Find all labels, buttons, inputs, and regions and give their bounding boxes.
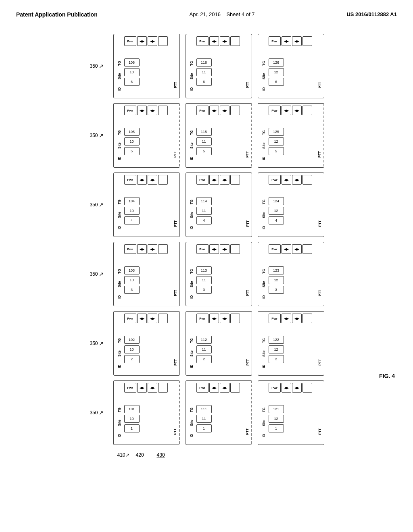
right-arrow-101[interactable]: ◀▶	[148, 383, 157, 393]
pwr-box-121[interactable]: Pwr	[269, 383, 281, 393]
pwr-box-101[interactable]: Pwr	[124, 383, 136, 393]
field-site-value-126[interactable]: 12	[269, 68, 284, 76]
field-site-value-122[interactable]: 12	[269, 345, 284, 353]
field-site-value-102[interactable]: 10	[124, 345, 140, 353]
ptt-label-101[interactable]: PTT	[173, 422, 177, 442]
ptt-label-113[interactable]: PTT	[246, 283, 250, 303]
ptt-label-112[interactable]: PTT	[246, 352, 250, 372]
pwr-box-111[interactable]: Pwr	[196, 383, 209, 393]
right-arrow-103[interactable]: ◀▶	[148, 244, 157, 254]
field-id-value-114[interactable]: 114	[196, 197, 212, 205]
field-tg-value-104[interactable]: 4	[124, 216, 140, 224]
field-site-value-103[interactable]: 10	[124, 276, 140, 284]
right-arrow-104[interactable]: ◀▶	[148, 175, 157, 185]
pwr-box-103[interactable]: Pwr	[124, 244, 136, 254]
field-id-value-101[interactable]: 101	[124, 405, 140, 413]
field-tg-value-114[interactable]: 4	[196, 216, 212, 224]
ptt-label-114[interactable]: PTT	[246, 214, 250, 234]
right-arrow-111[interactable]: ◀▶	[220, 383, 229, 393]
right-arrow-126[interactable]: ◀▶	[292, 36, 302, 46]
right-arrow-102[interactable]: ◀▶	[148, 314, 157, 323]
field-site-value-116[interactable]: 11	[196, 68, 212, 76]
ptt-label-115[interactable]: PTT	[245, 144, 249, 164]
field-tg-value-125[interactable]: 5	[269, 147, 284, 155]
left-arrow-101[interactable]: ◀▶	[137, 383, 147, 393]
field-tg-value-105[interactable]: 5	[124, 147, 140, 155]
pwr-box-105[interactable]: Pwr	[124, 106, 136, 115]
field-tg-value-102[interactable]: 2	[124, 355, 140, 363]
field-site-value-112[interactable]: 11	[196, 345, 212, 353]
left-arrow-122[interactable]: ◀▶	[282, 314, 291, 323]
left-arrow-105[interactable]: ◀▶	[137, 106, 147, 115]
ptt-label-126[interactable]: PTT	[318, 75, 322, 95]
field-site-value-105[interactable]: 10	[124, 137, 140, 145]
left-arrow-112[interactable]: ◀▶	[209, 314, 219, 323]
ptt-label-111[interactable]: PTT	[245, 422, 249, 442]
left-arrow-102[interactable]: ◀▶	[137, 314, 147, 323]
left-arrow-111[interactable]: ◀▶	[209, 383, 219, 393]
ptt-label-104[interactable]: PTT	[173, 214, 177, 234]
left-arrow-113[interactable]: ◀▶	[209, 244, 219, 254]
right-arrow-123[interactable]: ◀▶	[292, 244, 302, 254]
left-arrow-116[interactable]: ◀▶	[209, 36, 219, 46]
right-arrow-114[interactable]: ◀▶	[220, 175, 229, 185]
field-site-value-114[interactable]: 11	[196, 207, 212, 215]
field-id-value-124[interactable]: 124	[269, 197, 284, 205]
field-id-value-116[interactable]: 116	[196, 58, 212, 66]
field-site-value-121[interactable]: 12	[269, 415, 284, 423]
field-site-value-104[interactable]: 10	[124, 207, 140, 215]
ptt-label-102[interactable]: PTT	[173, 352, 177, 372]
right-arrow-121[interactable]: ◀▶	[292, 383, 302, 393]
pwr-box-124[interactable]: Pwr	[269, 175, 281, 185]
field-tg-value-106[interactable]: 6	[124, 78, 140, 86]
right-arrow-122[interactable]: ◀▶	[292, 314, 302, 323]
field-tg-value-111[interactable]: 1	[196, 424, 212, 432]
field-tg-value-103[interactable]: 3	[124, 286, 140, 294]
field-id-value-104[interactable]: 104	[124, 197, 140, 205]
field-site-value-124[interactable]: 12	[269, 207, 284, 215]
pwr-box-122[interactable]: Pwr	[269, 314, 281, 323]
left-arrow-124[interactable]: ◀▶	[282, 175, 291, 185]
field-tg-value-122[interactable]: 2	[269, 355, 284, 363]
ptt-label-116[interactable]: PTT	[246, 75, 250, 95]
pwr-box-104[interactable]: Pwr	[124, 175, 136, 185]
left-arrow-115[interactable]: ◀▶	[209, 106, 219, 115]
field-id-value-113[interactable]: 113	[196, 266, 212, 274]
field-site-value-115[interactable]: 11	[196, 137, 212, 145]
field-site-value-111[interactable]: 11	[196, 415, 212, 423]
right-arrow-105[interactable]: ◀▶	[148, 106, 157, 115]
right-arrow-125[interactable]: ◀▶	[292, 106, 302, 115]
field-tg-value-124[interactable]: 4	[269, 216, 284, 224]
field-id-value-103[interactable]: 103	[124, 266, 140, 274]
field-site-value-123[interactable]: 12	[269, 276, 284, 284]
field-id-value-123[interactable]: 123	[269, 266, 284, 274]
right-arrow-124[interactable]: ◀▶	[292, 175, 302, 185]
ptt-label-106[interactable]: PTT	[173, 75, 177, 95]
left-arrow-104[interactable]: ◀▶	[137, 175, 147, 185]
left-arrow-106[interactable]: ◀▶	[137, 36, 147, 46]
right-arrow-106[interactable]: ◀▶	[148, 36, 157, 46]
field-id-value-111[interactable]: 111	[196, 405, 212, 413]
ptt-label-123[interactable]: PTT	[318, 283, 322, 303]
right-arrow-112[interactable]: ◀▶	[220, 314, 229, 323]
ptt-label-105[interactable]: PTT	[173, 144, 177, 164]
pwr-box-106[interactable]: Pwr	[124, 36, 136, 46]
field-id-value-125[interactable]: 125	[269, 128, 284, 136]
pwr-box-113[interactable]: Pwr	[196, 244, 209, 254]
ptt-label-124[interactable]: PTT	[318, 214, 322, 234]
field-id-value-112[interactable]: 112	[196, 336, 212, 344]
field-site-value-113[interactable]: 11	[196, 276, 212, 284]
field-tg-value-126[interactable]: 6	[269, 78, 284, 86]
field-site-value-106[interactable]: 10	[124, 68, 140, 76]
field-id-value-126[interactable]: 126	[269, 58, 284, 66]
pwr-box-102[interactable]: Pwr	[124, 314, 136, 323]
left-arrow-121[interactable]: ◀▶	[282, 383, 291, 393]
ptt-label-121[interactable]: PTT	[318, 422, 322, 442]
pwr-box-126[interactable]: Pwr	[269, 36, 281, 46]
field-id-value-121[interactable]: 121	[269, 405, 284, 413]
field-tg-value-112[interactable]: 2	[196, 355, 212, 363]
field-id-value-105[interactable]: 105	[124, 128, 140, 136]
pwr-box-114[interactable]: Pwr	[196, 175, 209, 185]
ptt-label-125[interactable]: PTT	[317, 144, 321, 164]
field-id-value-122[interactable]: 122	[269, 336, 284, 344]
